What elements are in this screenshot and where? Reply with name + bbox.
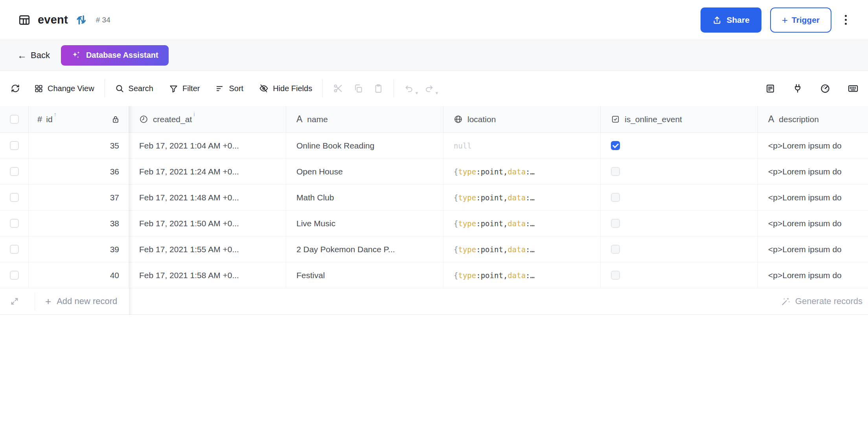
cell-location[interactable]: {type: point, data:…: [443, 211, 601, 236]
row-select-checkbox[interactable]: [10, 271, 19, 280]
grid-footer-bar: + Add new record Generate records: [0, 288, 868, 315]
cell-created-at[interactable]: Feb 17, 2021 1:48 AM +0...: [129, 185, 286, 210]
column-header-description[interactable]: A description: [758, 106, 868, 132]
cell-location[interactable]: {type: point, data:…: [443, 236, 601, 262]
cell-id[interactable]: 40: [29, 262, 129, 288]
row-select-checkbox[interactable]: [10, 219, 19, 228]
cell-name[interactable]: Math Club: [286, 185, 443, 210]
filter-button[interactable]: Filter: [169, 84, 200, 93]
cell-id[interactable]: 35: [29, 133, 129, 158]
code-token: :: [526, 167, 530, 176]
hide-fields-button[interactable]: Hide Fields: [259, 84, 312, 93]
cell-location[interactable]: {type: point, data:…: [443, 159, 601, 184]
cell-name[interactable]: Festival: [286, 262, 443, 288]
cell-id[interactable]: 38: [29, 211, 129, 236]
back-button[interactable]: ← Back: [17, 50, 50, 61]
column-label: id: [46, 115, 52, 124]
cell-id[interactable]: 36: [29, 159, 129, 184]
add-new-record-button[interactable]: + Add new record: [45, 295, 117, 308]
database-assistant-button[interactable]: Database Assistant: [61, 45, 169, 66]
cell-description[interactable]: <p>Lorem ipsum do: [758, 211, 868, 236]
column-header-name[interactable]: A name: [286, 106, 443, 132]
cell-id[interactable]: 39: [29, 236, 129, 262]
cell-created-at[interactable]: Feb 17, 2021 1:24 AM +0...: [129, 159, 286, 184]
cell-location[interactable]: null: [443, 133, 601, 158]
api-plug-button[interactable]: [793, 83, 803, 94]
code-token: :: [526, 245, 530, 254]
row-select-checkbox[interactable]: [10, 245, 19, 254]
row-online-checkbox[interactable]: [611, 245, 620, 254]
row-online-checkbox[interactable]: [611, 193, 620, 202]
cell-location[interactable]: {type: point, data:…: [443, 185, 601, 210]
cell-name[interactable]: 2 Day Pokemon Dance P...: [286, 236, 443, 262]
grid-view-icon: [34, 84, 43, 93]
change-view-button[interactable]: Change View: [34, 84, 94, 93]
cell-is-online-event[interactable]: [601, 185, 758, 210]
row-select-cell: [0, 236, 29, 262]
trigger-button[interactable]: + Trigger: [770, 7, 831, 33]
redo-button[interactable]: ▾: [424, 84, 434, 94]
cell-location[interactable]: {type: point, data:…: [443, 262, 601, 288]
usage-gauge-button[interactable]: [820, 83, 830, 94]
cell-name[interactable]: Online Book Reading: [286, 133, 443, 158]
sort-button[interactable]: Sort: [215, 84, 243, 93]
row-select-cell: [0, 262, 29, 288]
paste-button[interactable]: [373, 84, 383, 94]
cell-created-at[interactable]: Feb 17, 2021 1:04 AM +0...: [129, 133, 286, 158]
copy-button[interactable]: [353, 84, 363, 94]
table-row: 40 Feb 17, 2021 1:58 AM +0... Festival {…: [0, 262, 868, 288]
cell-description[interactable]: <p>Lorem ipsum do: [758, 133, 868, 158]
copy-icon: [353, 84, 363, 94]
row-online-checkbox[interactable]: [611, 167, 620, 176]
share-button[interactable]: Share: [701, 7, 761, 33]
filter-label: Filter: [182, 84, 200, 93]
expand-icon[interactable]: [0, 297, 29, 306]
cell-id[interactable]: 37: [29, 185, 129, 210]
top-bar: event # 34 Share + Trigger: [0, 0, 868, 40]
column-header-id[interactable]: # id ↑: [29, 106, 129, 132]
divider: [35, 293, 35, 310]
row-online-checkbox[interactable]: [611, 271, 620, 280]
cell-created-at[interactable]: Feb 17, 2021 1:50 AM +0...: [129, 211, 286, 236]
record-form-button[interactable]: [765, 84, 775, 94]
cell-description[interactable]: <p>Lorem ipsum do: [758, 262, 868, 288]
row-select-checkbox[interactable]: [10, 193, 19, 202]
plus-icon: +: [45, 295, 51, 308]
undo-button[interactable]: ▾: [404, 84, 414, 94]
code-token: …: [530, 193, 535, 202]
column-label: name: [307, 115, 328, 124]
cell-name[interactable]: Live Music: [286, 211, 443, 236]
code-token: data: [508, 219, 526, 228]
search-button[interactable]: Search: [115, 84, 153, 93]
cell-created-at[interactable]: Feb 17, 2021 1:58 AM +0...: [129, 262, 286, 288]
cell-is-online-event[interactable]: [601, 159, 758, 184]
cell-is-online-event[interactable]: [601, 133, 758, 158]
row-select-checkbox[interactable]: [10, 141, 19, 150]
cell-created-at[interactable]: Feb 17, 2021 1:55 AM +0...: [129, 236, 286, 262]
row-online-checkbox[interactable]: [611, 141, 620, 150]
row-select-checkbox[interactable]: [10, 167, 19, 176]
column-header-created-at[interactable]: created_at i: [129, 106, 286, 132]
generate-records-button[interactable]: Generate records: [781, 296, 862, 306]
cell-description[interactable]: <p>Lorem ipsum do: [758, 236, 868, 262]
keyboard-shortcuts-button[interactable]: [848, 83, 859, 94]
cell-description[interactable]: <p>Lorem ipsum do: [758, 185, 868, 210]
cell-is-online-event[interactable]: [601, 211, 758, 236]
cut-button[interactable]: [333, 83, 343, 94]
cell-description[interactable]: <p>Lorem ipsum do: [758, 159, 868, 184]
row-online-checkbox[interactable]: [611, 219, 620, 228]
form-icon: [765, 84, 775, 94]
cell-is-online-event[interactable]: [601, 236, 758, 262]
column-header-is-online-event[interactable]: is_online_event: [601, 106, 758, 132]
database-assistant-label: Database Assistant: [86, 51, 158, 60]
code-token: :: [526, 193, 530, 202]
cell-is-online-event[interactable]: [601, 262, 758, 288]
select-all-checkbox[interactable]: [10, 115, 19, 124]
lock-icon: [111, 115, 120, 124]
cell-name[interactable]: Open House: [286, 159, 443, 184]
code-token: {: [454, 245, 458, 254]
column-header-location[interactable]: location: [443, 106, 601, 132]
refresh-button[interactable]: [11, 84, 20, 93]
kebab-menu-icon[interactable]: [842, 12, 850, 28]
code-token: …: [530, 219, 535, 228]
